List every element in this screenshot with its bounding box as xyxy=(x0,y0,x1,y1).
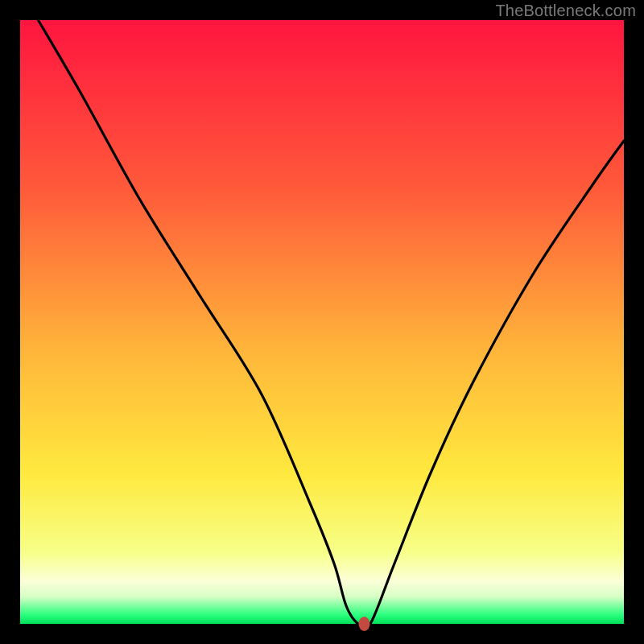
watermark-text: TheBottleneck.com xyxy=(495,2,636,20)
bottleneck-chart xyxy=(0,0,644,644)
minimum-marker xyxy=(359,617,370,631)
chart-frame: TheBottleneck.com xyxy=(0,0,644,644)
